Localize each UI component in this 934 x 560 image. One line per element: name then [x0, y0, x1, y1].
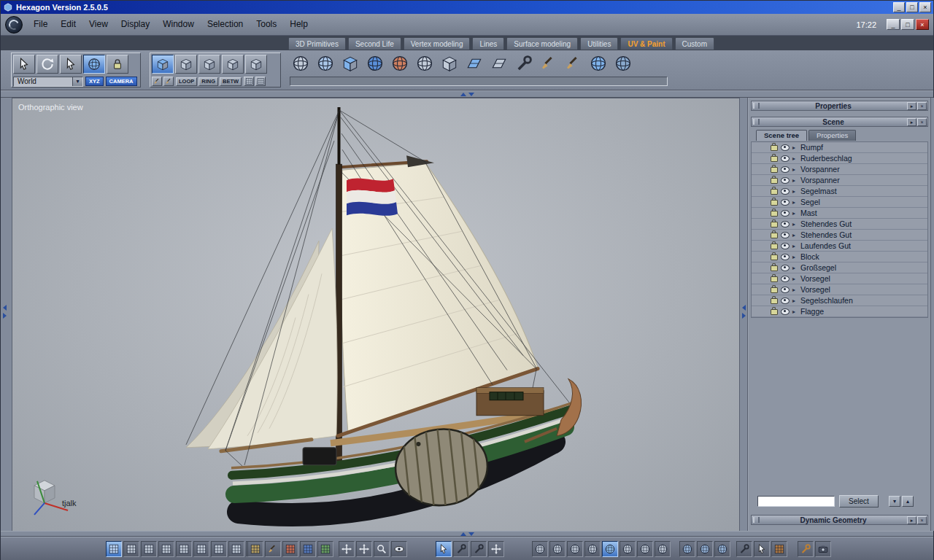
tab-properties[interactable]: Properties — [808, 130, 856, 141]
dynamic-geometry-header[interactable]: Dynamic Geometry ▸ × — [751, 515, 928, 525]
tiny-sphere-icon[interactable] — [655, 541, 671, 557]
button-loop[interactable]: LOOP — [176, 77, 197, 86]
visibility-icon[interactable] — [781, 155, 790, 162]
uv-checker-red-icon[interactable] — [282, 541, 298, 557]
button-camera[interactable]: CAMERA — [106, 77, 137, 86]
tree-row-ruderbeschlag[interactable]: ▸Ruderbeschlag — [752, 153, 927, 164]
horizontal-splitter-top[interactable] — [1, 90, 933, 98]
expand-arrow-icon[interactable]: ▸ — [792, 265, 798, 271]
select-cube-d-icon[interactable] — [222, 55, 244, 74]
expand-arrow-icon[interactable]: ▸ — [792, 276, 798, 282]
expand-arrow-icon[interactable]: ▸ — [792, 232, 798, 238]
tab-second-life[interactable]: Second Life — [348, 37, 401, 50]
tab-utilities[interactable]: Utilities — [580, 37, 618, 50]
left-edge-strip[interactable] — [1, 98, 12, 531]
tab-3d-primitives[interactable]: 3D Primitives — [288, 37, 346, 50]
soft-selection-icon[interactable] — [83, 55, 105, 74]
window-minimize-button[interactable]: _ — [893, 2, 905, 12]
uv-cube-unfold-icon[interactable] — [439, 52, 460, 74]
deck-hatch[interactable] — [303, 448, 336, 465]
splitter-down-icon[interactable] — [468, 93, 474, 96]
expand-arrow-icon[interactable]: ▸ — [792, 210, 798, 217]
uv-cube-map-icon[interactable] — [339, 52, 361, 74]
menu-view[interactable]: View — [82, 14, 115, 35]
panel-pop-button[interactable]: ▸ — [907, 516, 916, 524]
uv-sphere-wire-icon[interactable] — [290, 52, 312, 74]
menu-help[interactable]: Help — [283, 14, 314, 35]
select-cube-e-icon[interactable] — [245, 55, 267, 74]
expand-arrow-icon[interactable]: ▸ — [792, 254, 798, 260]
render-camera-icon[interactable] — [815, 541, 831, 557]
select-cube-b-icon[interactable] — [175, 55, 197, 74]
pager-up-button[interactable]: ▴ — [902, 496, 914, 507]
dg-sphere-b-icon[interactable] — [697, 541, 713, 557]
panel-pop-button[interactable]: ▸ — [907, 118, 916, 126]
right-edge-strip[interactable] — [930, 98, 934, 531]
tab-scene-tree[interactable]: Scene tree — [756, 130, 807, 141]
visibility-icon[interactable] — [781, 210, 790, 217]
dot-sphere-icon[interactable] — [549, 541, 566, 557]
smooth-sphere-c-icon[interactable] — [620, 541, 636, 557]
edge-pen-a-icon[interactable] — [152, 77, 162, 86]
mid-edge-strip[interactable] — [739, 98, 748, 531]
tree-row-stehendes-gut[interactable]: ▸Stehendes Gut — [752, 230, 927, 241]
tree-row-gro-segel[interactable]: ▸Großsegel — [752, 262, 927, 273]
app-close-button[interactable]: × — [916, 19, 929, 30]
expand-arrow-icon[interactable]: ▸ — [792, 298, 798, 304]
selection-shrink-icon[interactable] — [255, 77, 266, 86]
tree-row-vorsegel[interactable]: ▸Vorsegel — [752, 273, 927, 284]
viewport-canvas[interactable]: tjalk — [12, 98, 739, 531]
panel-tool-icon[interactable] — [771, 541, 787, 557]
grid-vsplit-icon[interactable] — [176, 541, 192, 557]
lock-icon[interactable] — [771, 298, 778, 304]
shaded-view-icon[interactable] — [106, 541, 122, 557]
boat-model[interactable] — [186, 107, 582, 515]
tree-row-block[interactable]: ▸Block — [752, 252, 927, 262]
lasso-tool-icon[interactable] — [453, 541, 469, 557]
drop-tool-icon[interactable] — [488, 541, 504, 557]
dg-sphere-a-icon[interactable] — [679, 541, 695, 557]
dropdown-arrow-icon[interactable]: ▾ — [72, 77, 82, 86]
visibility-icon[interactable] — [781, 287, 790, 293]
uv-sphere-ring-icon[interactable] — [389, 52, 411, 74]
tree-row-vorsegel[interactable]: ▸Vorsegel — [752, 284, 927, 295]
menu-tools[interactable]: Tools — [250, 14, 283, 35]
right-splitter-handle[interactable] — [742, 305, 746, 319]
window-maximize-button[interactable]: □ — [906, 2, 918, 12]
uv-planar-projection-icon[interactable] — [463, 52, 485, 74]
uv-checker-blue-icon[interactable] — [300, 541, 316, 557]
lock-icon[interactable] — [771, 254, 778, 260]
smooth-sphere-b-icon[interactable] — [584, 541, 601, 557]
app-maximize-button[interactable]: □ — [901, 19, 914, 30]
rotate-tool-icon[interactable] — [36, 55, 58, 74]
lock-icon[interactable] — [771, 167, 778, 173]
tree-row-segel[interactable]: ▸Segel — [752, 197, 927, 208]
uv-checker-sphere-icon[interactable] — [612, 52, 634, 74]
dutch-flag[interactable] — [347, 179, 398, 216]
expand-arrow-icon[interactable]: ▸ — [792, 177, 798, 184]
tree-row-segelschlaufen[interactable]: ▸Segelschlaufen — [752, 295, 927, 306]
lock-icon[interactable] — [771, 222, 778, 228]
menu-selection[interactable]: Selection — [201, 14, 250, 35]
paint-brush-icon[interactable] — [265, 541, 281, 557]
tree-row-vorspanner[interactable]: ▸Vorspanner — [752, 164, 927, 175]
tree-row-laufendes-gut[interactable]: ▸Laufendes Gut — [752, 241, 927, 252]
expand-arrow-icon[interactable]: ▸ — [792, 155, 798, 162]
grid-pane-icon[interactable] — [158, 541, 174, 557]
lock-icon[interactable] — [771, 276, 778, 282]
panel-close-button[interactable]: × — [917, 118, 927, 126]
viewport[interactable]: tjalk Orthographic view — [12, 98, 739, 531]
uv-checker-green-icon[interactable] — [317, 541, 333, 557]
expand-arrow-icon[interactable]: ▸ — [792, 199, 798, 206]
visibility-icon[interactable] — [781, 308, 790, 315]
tab-custom[interactable]: Custom — [675, 37, 714, 50]
visibility-icon[interactable] — [781, 254, 790, 260]
menu-edit[interactable]: Edit — [54, 14, 82, 35]
select-tool-icon[interactable] — [436, 541, 452, 557]
zoom-view-icon[interactable] — [374, 541, 390, 557]
lock-icon[interactable] — [771, 178, 778, 184]
panel-close-button[interactable]: × — [917, 516, 927, 524]
small-sphere-icon[interactable] — [637, 541, 653, 557]
material-grid-icon[interactable] — [247, 541, 263, 557]
window-close-button[interactable]: × — [919, 2, 931, 12]
